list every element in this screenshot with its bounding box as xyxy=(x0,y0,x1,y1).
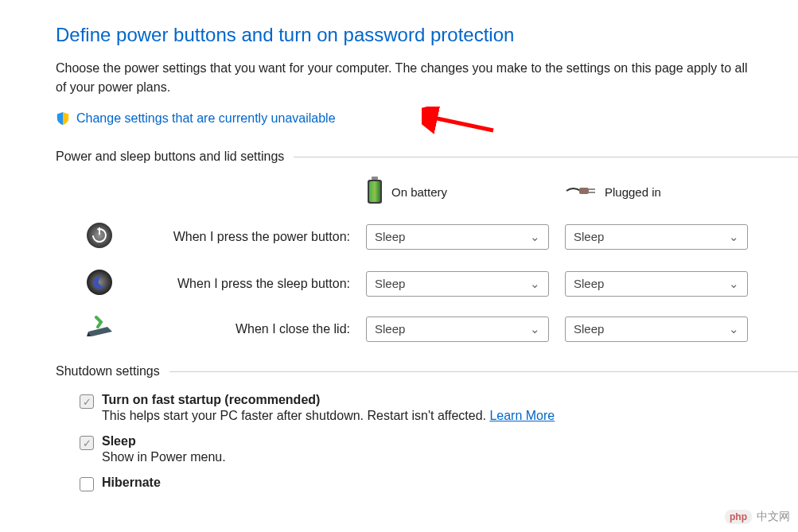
select-sleep-button-plugged[interactable]: Sleep ⌄ xyxy=(565,271,748,297)
checkbox-hibernate[interactable] xyxy=(80,477,94,491)
svg-point-11 xyxy=(87,270,112,295)
svg-point-8 xyxy=(87,223,112,248)
plug-icon xyxy=(565,181,597,203)
select-close-lid-battery[interactable]: Sleep ⌄ xyxy=(366,316,549,342)
section-header-power: Power and sleep buttons and lid settings xyxy=(56,150,798,164)
svg-rect-2 xyxy=(372,177,378,180)
checkmark-icon: ✓ xyxy=(83,396,91,408)
chevron-down-icon: ⌄ xyxy=(530,230,540,244)
chevron-down-icon: ⌄ xyxy=(729,322,739,336)
shutdown-item-hibernate: Hibernate xyxy=(80,476,798,491)
svg-rect-5 xyxy=(579,188,589,194)
checkbox-fast-startup[interactable]: ✓ xyxy=(80,394,94,409)
row-power-button: When I press the power button: Sleep ⌄ S… xyxy=(80,222,798,251)
column-label: On battery xyxy=(391,185,447,199)
shield-icon xyxy=(56,111,70,126)
column-header-battery: On battery xyxy=(366,177,565,208)
row-label: When I close the lid: xyxy=(119,322,366,336)
chevron-down-icon: ⌄ xyxy=(729,230,739,244)
sleep-button-icon xyxy=(86,269,113,298)
item-desc: This helps start your PC faster after sh… xyxy=(102,409,555,423)
power-settings-grid: On battery Plugged in xyxy=(80,177,798,342)
divider xyxy=(294,157,798,157)
item-title: Turn on fast startup (recommended) xyxy=(102,393,555,407)
annotation-arrow-icon xyxy=(422,107,501,138)
column-label: Plugged in xyxy=(605,185,661,199)
checkbox-sleep[interactable]: ✓ xyxy=(80,436,94,450)
item-title: Sleep xyxy=(102,434,226,449)
chevron-down-icon: ⌄ xyxy=(729,277,739,291)
laptop-lid-icon xyxy=(84,316,115,342)
item-title: Hibernate xyxy=(102,476,161,490)
change-settings-link[interactable]: Change settings that are currently unava… xyxy=(76,111,336,126)
section-header-shutdown: Shutdown settings xyxy=(56,364,798,379)
svg-line-1 xyxy=(430,117,493,130)
shutdown-item-sleep: ✓ Sleep Show in Power menu. xyxy=(80,434,798,464)
page-title: Define power buttons and turn on passwor… xyxy=(56,24,798,46)
select-sleep-button-battery[interactable]: Sleep ⌄ xyxy=(366,271,549,297)
select-close-lid-plugged[interactable]: Sleep ⌄ xyxy=(565,316,748,342)
page-description: Choose the power settings that you want … xyxy=(56,59,748,97)
shutdown-item-fast-startup: ✓ Turn on fast startup (recommended) Thi… xyxy=(80,393,798,423)
divider xyxy=(169,371,798,372)
item-desc: Show in Power menu. xyxy=(102,450,226,464)
select-power-button-plugged[interactable]: Sleep ⌄ xyxy=(565,224,748,250)
section-header-text: Shutdown settings xyxy=(56,364,169,379)
checkmark-icon: ✓ xyxy=(83,437,91,449)
row-label: When I press the power button: xyxy=(119,230,366,244)
chevron-down-icon: ⌄ xyxy=(530,322,540,336)
grid-header-row: On battery Plugged in xyxy=(80,177,798,208)
svg-rect-4 xyxy=(369,181,380,202)
row-sleep-button: When I press the sleep button: Sleep ⌄ S… xyxy=(80,269,798,298)
column-header-plugged: Plugged in xyxy=(565,177,764,208)
section-header-text: Power and sleep buttons and lid settings xyxy=(56,150,294,164)
change-settings-row: Change settings that are currently unava… xyxy=(56,111,798,126)
power-button-icon xyxy=(86,222,113,251)
row-close-lid: When I close the lid: Sleep ⌄ Sleep ⌄ xyxy=(80,316,798,342)
select-power-button-battery[interactable]: Sleep ⌄ xyxy=(366,224,549,250)
learn-more-link[interactable]: Learn More xyxy=(489,409,555,422)
chevron-down-icon: ⌄ xyxy=(530,277,540,291)
battery-icon xyxy=(366,177,383,208)
row-label: When I press the sleep button: xyxy=(119,277,366,291)
